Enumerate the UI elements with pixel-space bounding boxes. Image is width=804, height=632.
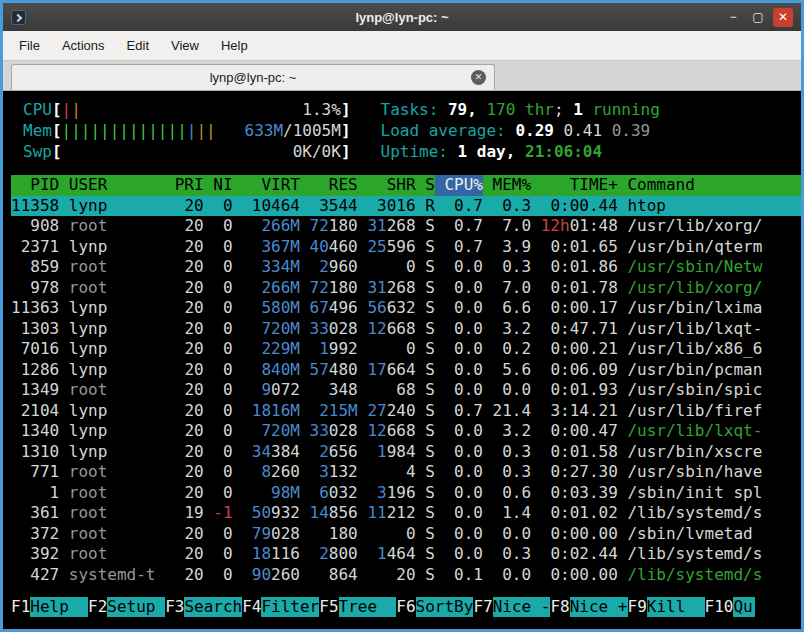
cell-cpu: 0.7: [435, 216, 483, 237]
terminal[interactable]: CPU[||1.3%]Mem[||||||||||||||||633M/1005…: [3, 91, 801, 629]
cell-pri: 20: [155, 565, 203, 586]
column-header-s[interactable]: S: [416, 175, 435, 196]
cell-virt: 229M: [233, 339, 300, 360]
column-header-cpu[interactable]: CPU%: [435, 175, 483, 196]
fkey-f7[interactable]: F7Nice -: [473, 597, 550, 617]
column-header-cmd[interactable]: Command: [618, 175, 801, 196]
cell-cpu: 0.0: [435, 442, 483, 463]
process-row[interactable]: 859root200334M29600S0.00.30:01.86/usr/sb…: [11, 257, 801, 278]
fkey-f5[interactable]: F5Tree: [319, 597, 396, 617]
process-row[interactable]: 11358lynp2001046435443016R0.70.30:00.44h…: [11, 196, 801, 217]
cell-res: 3132: [300, 462, 358, 483]
cell-cpu: 0.0: [435, 339, 483, 360]
cell-virt: 720M: [233, 319, 300, 340]
load-average-line: Load average: 0.29 0.41 0.39: [381, 120, 660, 141]
process-row[interactable]: 1349root200907234868S0.00.00:01.93/usr/s…: [11, 380, 801, 401]
column-header-mem[interactable]: MEM%: [483, 175, 531, 196]
process-row[interactable]: 2371lynp200367M4046025596S0.73.90:01.65/…: [11, 237, 801, 258]
fkey-f8[interactable]: F8Nice +: [550, 597, 627, 617]
cell-ni: 0: [204, 380, 233, 401]
fkey-f3[interactable]: F3Search: [165, 597, 242, 617]
cell-pri: 19: [155, 503, 203, 524]
maximize-button[interactable]: ▢: [748, 8, 768, 27]
cell-virt: 79028: [233, 524, 300, 545]
cell-res: 2800: [300, 544, 358, 565]
process-row[interactable]: 372root200790281800S0.00.00:00.00/sbin/l…: [11, 524, 801, 545]
cell-mem: 0.3: [483, 257, 531, 278]
menu-view[interactable]: View: [160, 33, 210, 58]
cell-cmd: /lib/systemd/s: [618, 565, 801, 586]
column-header-pid[interactable]: PID: [11, 175, 59, 196]
process-row[interactable]: 1340lynp200720M3302812668S0.03.20:00.47/…: [11, 421, 801, 442]
cell-shr: 4: [358, 462, 416, 483]
menu-edit[interactable]: Edit: [116, 33, 160, 58]
process-row[interactable]: 978root200266M7218031268S0.07.00:01.78/u…: [11, 278, 801, 299]
cell-pri: 20: [155, 360, 203, 381]
cell-shr: 31268: [358, 216, 416, 237]
cell-shr: 1464: [358, 544, 416, 565]
cell-ni: 0: [204, 462, 233, 483]
cell-virt: 1816M: [233, 401, 300, 422]
cell-cpu: 0.0: [435, 319, 483, 340]
process-row[interactable]: 1286lynp200840M5748017664S0.05.60:06.09/…: [11, 360, 801, 381]
menu-help[interactable]: Help: [210, 33, 259, 58]
cell-mem: 7.0: [483, 278, 531, 299]
process-row[interactable]: 7016lynp200229M19920S0.00.20:00.21/usr/l…: [11, 339, 801, 360]
process-row[interactable]: 1root20098M60323196S0.00.60:03.39/sbin/i…: [11, 483, 801, 504]
column-header-time[interactable]: TIME+: [531, 175, 618, 196]
process-row[interactable]: 771root200826031324S0.00.30:27.30/usr/sb…: [11, 462, 801, 483]
fkey-f4[interactable]: F4Filter: [242, 597, 319, 617]
process-row[interactable]: 908root200266M7218031268S0.77.012h01:48/…: [11, 216, 801, 237]
cell-cmd: /usr/bin/xscre: [618, 442, 801, 463]
window-title: lynp@lyn-pc: ~: [3, 10, 801, 25]
process-row[interactable]: 1310lynp2003438426561984S0.00.30:01.58/u…: [11, 442, 801, 463]
fkey-f6[interactable]: F6SortBy: [396, 597, 473, 617]
menu-actions[interactable]: Actions: [51, 33, 116, 58]
column-header-pri[interactable]: PRI: [155, 175, 203, 196]
process-row[interactable]: 11363lynp200580M6749656632S0.06.60:00.17…: [11, 298, 801, 319]
cell-mem: 0.2: [483, 339, 531, 360]
cell-mem: 21.4: [483, 401, 531, 422]
process-row[interactable]: 361root19-1509321485611212S0.01.40:01.02…: [11, 503, 801, 524]
cell-user: root: [59, 380, 155, 401]
cell-virt: 266M: [233, 216, 300, 237]
cell-res: 33028: [300, 319, 358, 340]
cell-pid: 771: [11, 462, 59, 483]
tab-close-icon[interactable]: ✕: [471, 70, 486, 85]
cell-shr: 1984: [358, 442, 416, 463]
process-row[interactable]: 1303lynp200720M3302812668S0.03.20:47.71/…: [11, 319, 801, 340]
cell-pri: 20: [155, 278, 203, 299]
cell-cmd: /usr/sbin/spic: [618, 380, 801, 401]
cell-res: 33028: [300, 421, 358, 442]
cell-ni: 0: [204, 237, 233, 258]
cell-mem: 0.3: [483, 544, 531, 565]
minimize-button[interactable]: −: [723, 8, 743, 27]
process-row[interactable]: 392root2001811628001464S0.00.30:02.44/li…: [11, 544, 801, 565]
column-header-shr[interactable]: SHR: [358, 175, 416, 196]
cell-res: 6032: [300, 483, 358, 504]
cell-s: S: [416, 442, 435, 463]
tab[interactable]: lynp@lyn-pc: ~ ✕: [11, 64, 495, 90]
fkey-f10[interactable]: F10Qu: [705, 597, 755, 617]
column-header-virt[interactable]: VIRT: [233, 175, 300, 196]
column-header-res[interactable]: RES: [300, 175, 358, 196]
cell-shr: 25596: [358, 237, 416, 258]
cell-cmd: /sbin/lvmetad: [618, 524, 801, 545]
cell-res: 40460: [300, 237, 358, 258]
cell-time: 0:00.47: [531, 421, 618, 442]
menu-file[interactable]: File: [8, 33, 51, 58]
cell-cpu: 0.0: [435, 483, 483, 504]
cell-cmd: /usr/bin/lxima: [618, 298, 801, 319]
fkey-f2[interactable]: F2Setup: [88, 597, 165, 617]
cell-time: 3:14.21: [531, 401, 618, 422]
fkey-f1[interactable]: F1Help: [11, 597, 88, 617]
column-header-ni[interactable]: NI: [204, 175, 233, 196]
close-button[interactable]: ✕: [773, 8, 793, 27]
process-row[interactable]: 427systemd-t2009026086420S0.10.00:00.00/…: [11, 565, 801, 586]
cell-time: 0:27.30: [531, 462, 618, 483]
cell-pid: 1340: [11, 421, 59, 442]
process-row[interactable]: 2104lynp2001816M215M27240S0.721.43:14.21…: [11, 401, 801, 422]
fkey-f9[interactable]: F9Kill: [628, 597, 705, 617]
cell-time: 12h01:48: [531, 216, 618, 237]
column-header-user[interactable]: USER: [59, 175, 155, 196]
